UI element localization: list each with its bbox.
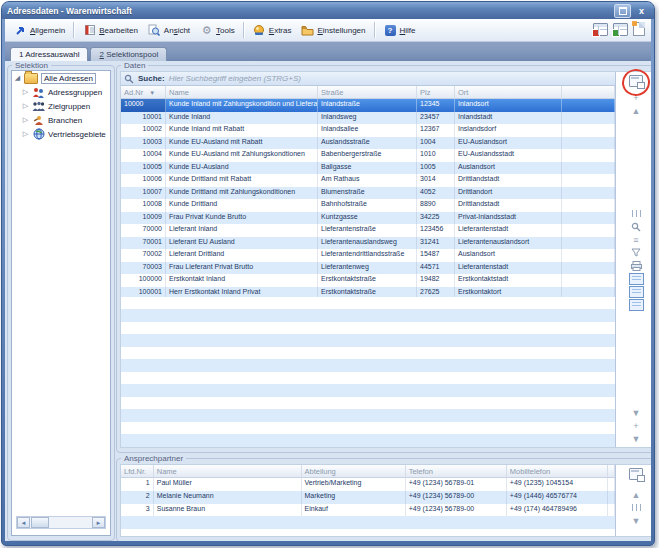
record-card-icon[interactable] <box>629 298 644 311</box>
table-row[interactable]: 100000Erstkontakt InlandErstkontaktstraß… <box>121 274 615 287</box>
add-icon[interactable]: + <box>629 91 644 104</box>
table-row[interactable]: 10004Kunde EU-Ausland mit Zahlungskondti… <box>121 149 615 162</box>
cell: Kunde EU-Ausland mit Rabatt <box>166 137 318 150</box>
column-header-Name[interactable]: Name <box>166 86 318 98</box>
title-bar: Adressdaten - Warenwirtschaft x <box>2 2 654 19</box>
add-below-icon[interactable]: + <box>629 419 644 432</box>
tab-adressauswahl[interactable]: 1 Adressauswahl <box>10 47 88 61</box>
cell <box>562 237 615 250</box>
tree-item-vertriebsgebiete[interactable]: ▷Vertriebsgebiete <box>12 127 110 141</box>
horizontal-scrollbar[interactable]: ◄ ► <box>16 516 106 529</box>
record-card-icon[interactable] <box>629 285 644 298</box>
collapse-arrow-icon[interactable]: ▷ <box>22 130 29 138</box>
print-icon[interactable] <box>629 259 644 272</box>
new-document-icon[interactable] <box>633 22 645 36</box>
cell: 1005 <box>417 162 455 175</box>
table-row[interactable]: 10005Kunde EU-AuslandBallgasse1005Auslan… <box>121 162 615 175</box>
column-header-Ort[interactable]: Ort <box>455 86 562 98</box>
menu-item-einstellungen[interactable]: Einstellungen <box>296 22 370 39</box>
column-header-Telefon[interactable]: Telefon <box>406 465 507 477</box>
cell: Marketing <box>302 491 406 504</box>
table-green-icon[interactable] <box>613 23 628 36</box>
target-groups-icon <box>32 100 45 112</box>
address-table-header[interactable]: Ad.Nr▼NameStraßePlzOrt <box>121 86 615 99</box>
table-row[interactable]: 70001Lieferant EU AuslandLieferantenausl… <box>121 237 615 250</box>
cell: Melanie Neumann <box>154 491 302 504</box>
column-header-Straße[interactable]: Straße <box>318 86 417 98</box>
list-icon[interactable]: ≡ <box>629 233 644 246</box>
search-icon[interactable] <box>629 220 644 233</box>
close-icon[interactable]: x <box>634 5 649 17</box>
cell: Vertrieb/Marketing <box>302 478 406 491</box>
scroll-thumb[interactable] <box>31 517 49 528</box>
table-row[interactable]: 1Paul MüllerVertrieb/Marketing+49 (1234)… <box>121 478 615 491</box>
contacts-table-header[interactable]: Lfd.Nr.NameAbteilungTelefonMobiltelefon <box>121 465 615 478</box>
column-header-Ad.Nr[interactable]: Ad.Nr▼ <box>121 86 166 98</box>
scroll-down-icon[interactable]: ▼ <box>629 514 644 527</box>
move-up-icon[interactable]: ▲ <box>629 104 644 117</box>
cell <box>562 99 615 112</box>
table-row[interactable]: 10009Frau Privat Kunde BruttoKuntzgasse3… <box>121 212 615 225</box>
move-end-icon[interactable]: ▼ <box>629 432 644 445</box>
collapse-arrow-icon[interactable]: ▷ <box>22 102 29 110</box>
table-row[interactable]: 10007Kunde Drittland mit Zahlungskonditi… <box>121 187 615 200</box>
column-header-Mobiltelefon[interactable]: Mobiltelefon <box>507 465 608 477</box>
tree-root-alle-adressen[interactable]: ◢ Alle Adressen <box>12 71 110 85</box>
table-row[interactable]: 70002Lieferant DrittlandLieferantendritt… <box>121 249 615 262</box>
expand-icon[interactable]: ◢ <box>14 74 21 82</box>
filter-icon[interactable] <box>629 246 644 259</box>
scroll-up-icon[interactable]: ▲ <box>629 488 644 501</box>
industries-icon <box>32 114 45 126</box>
column-header-Name[interactable]: Name <box>154 465 302 477</box>
cell: Kunde Drittland <box>166 199 318 212</box>
table-row[interactable]: 10006Kunde Drittland mit RabattAm Rathau… <box>121 174 615 187</box>
menu-item-tools[interactable]: ⚙Tools <box>195 22 240 39</box>
column-header-empty[interactable] <box>562 86 615 98</box>
menu-item-ansicht[interactable]: Ansicht <box>143 22 195 39</box>
record-card-icon[interactable] <box>629 272 644 285</box>
table-row[interactable]: 10008Kunde DrittlandBahnhofstraße8890Dri… <box>121 199 615 212</box>
search-placeholder: Hier Suchbegriff eingeben (STRG+S) <box>169 74 301 83</box>
menu-item-bearbeiten[interactable]: Bearbeiten <box>78 22 143 39</box>
table-row[interactable]: 10003Kunde EU-Ausland mit RabattAuslands… <box>121 137 615 150</box>
collapse-arrow-icon[interactable]: ▷ <box>22 116 29 124</box>
cell <box>562 149 615 162</box>
tree-item-adressgruppen[interactable]: ▷Adressgruppen <box>12 85 110 99</box>
tab-selektionspool[interactable]: 2 Selektionspool <box>90 47 167 61</box>
menu-item-hilfe[interactable]: ?Hilfe <box>379 22 421 39</box>
column-chooser-icon[interactable] <box>629 467 644 480</box>
table-row[interactable]: 70003Frau Lieferant Privat BruttoLiefera… <box>121 262 615 275</box>
column-header-Abteilung[interactable]: Abteilung <box>302 465 406 477</box>
tree-item-branchen[interactable]: ▷Branchen <box>12 113 110 127</box>
menu-separator <box>374 22 376 38</box>
move-down-icon[interactable]: ▼ <box>629 406 644 419</box>
cell: Babenbergerstraße <box>318 149 417 162</box>
table-row[interactable]: 2Melanie NeumannMarketing+49 (1234) 5678… <box>121 491 615 504</box>
table-row[interactable]: 10001Kunde InlandInlandsweg23457Inlandst… <box>121 112 615 125</box>
grip-icon[interactable] <box>629 207 644 220</box>
cell: Lieferantendrittlandsstraße <box>318 249 417 262</box>
menu-item-extras[interactable]: Extras <box>248 22 297 39</box>
collapse-arrow-icon[interactable]: ▷ <box>22 88 29 96</box>
menu-item-allgemein[interactable]: Allgemein <box>9 22 70 39</box>
search-bar[interactable]: Suche: Hier Suchbegriff eingeben (STRG+S… <box>121 72 615 86</box>
cell <box>562 137 615 150</box>
cell <box>608 491 615 504</box>
scroll-right-icon[interactable]: ► <box>92 517 105 528</box>
column-header-Plz[interactable]: Plz <box>417 86 455 98</box>
column-chooser-icon[interactable] <box>629 74 644 87</box>
table-row[interactable]: 10002Kunde Inland mit RabattInlandsallee… <box>121 124 615 137</box>
table-row[interactable]: 10000Kunde Inland mit Zahlungskondition … <box>121 99 615 112</box>
tree-item-zielgruppen[interactable]: ▷Zielgruppen <box>12 99 110 113</box>
column-header-empty[interactable] <box>608 465 615 477</box>
table-red-icon[interactable] <box>593 23 608 36</box>
scroll-left-icon[interactable]: ◄ <box>17 517 30 528</box>
table-row[interactable]: 70000Lieferant InlandLieferantenstraße12… <box>121 224 615 237</box>
column-header-Lfd.Nr.[interactable]: Lfd.Nr. <box>121 465 154 477</box>
daten-panel: Suche: Hier Suchbegriff eingeben (STRG+S… <box>120 71 651 448</box>
restore-icon[interactable] <box>614 4 631 18</box>
grip-icon[interactable] <box>629 501 644 514</box>
cell <box>562 212 615 225</box>
cell: 10001 <box>121 112 166 125</box>
address-table: Suche: Hier Suchbegriff eingeben (STRG+S… <box>121 72 616 447</box>
